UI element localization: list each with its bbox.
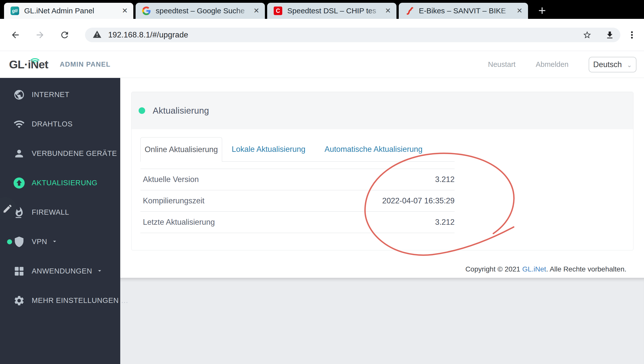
sidebar-item-vpn[interactable]: VPN [0,227,120,256]
app-header: GL·iNet ADMIN PANEL Neustart Abmelden De… [0,51,644,78]
row-label: Aktuelle Version [143,175,199,184]
table-row: Letzte Aktualisierung 3.212 [140,212,455,233]
admin-panel-label: ADMIN PANEL [60,61,111,68]
tab-close-icon[interactable]: ✕ [254,7,259,14]
main-content: Aktualisierung Online Aktualisierung Lok… [120,78,644,364]
sidebar-item-anwendungen[interactable]: ANWENDUNGEN [0,256,120,286]
gear-icon [13,295,25,307]
logout-link[interactable]: Abmelden [536,60,569,69]
row-value: 2022-04-07 16:35:29 [382,196,455,205]
tab-close-icon[interactable]: ✕ [122,7,128,14]
tab-automatische-aktualisierung[interactable]: Automatische Aktualisierung [315,137,432,161]
row-label: Letzte Aktualisierung [143,218,215,227]
restart-link[interactable]: Neustart [488,60,516,69]
browser-tab-sanvit[interactable]: E-Bikes – SANVIT – BIKE ✕ [399,3,528,19]
card-header: Aktualisierung [132,92,633,129]
screen: gli GL.iNet Admin Panel ✕ speedtest – Go… [0,0,644,364]
bookmark-star-icon[interactable] [582,30,592,40]
sidebar-item-label: MEHR EINSTELLUNGEN … [32,296,128,305]
upgrade-icon [13,177,25,189]
language-select[interactable]: Deutsch ⌄ [589,57,636,72]
tab-lokale-aktualisierung[interactable]: Lokale Aktualisierung [222,137,315,161]
glinet-link[interactable]: GL.iNet [522,265,546,273]
version-table: Aktuelle Version 3.212 Kompilierungszeit… [140,169,455,233]
browser-tab-glinet[interactable]: gli GL.iNet Admin Panel ✕ [4,3,133,19]
row-label: Kompilierungszeit [143,196,205,205]
glinet-favicon: gli [11,7,19,15]
row-value: 3.212 [435,175,455,184]
sidebar-item-drahtlos[interactable]: DRAHTLOS [0,109,120,139]
browser-tab-strip: gli GL.iNet Admin Panel ✕ speedtest – Go… [0,0,644,19]
sidebar-item-mehr-einstellungen[interactable]: MEHR EINSTELLUNGEN … [0,286,120,315]
pencil-icon [2,203,13,214]
tab-title: GL.iNet Admin Panel [24,7,118,15]
new-tab-button[interactable]: + [535,3,549,18]
browser-tab-google-search[interactable]: speedtest – Google Suche ✕ [136,3,265,19]
page-bottom-area [120,278,644,364]
card-body: Online Aktualisierung Lokale Aktualisier… [132,129,633,233]
sidebar: INTERNET DRAHTLOS VERBUNDENE GERÄTE AKTU… [0,78,120,364]
sanvit-favicon [405,7,414,15]
row-value: 3.212 [435,218,455,227]
aktualisierung-card: Aktualisierung Online Aktualisierung Lok… [131,92,633,250]
sidebar-item-label: ANWENDUNGEN [32,267,92,275]
chevron-down-icon: ⌄ [627,62,632,69]
language-value: Deutsch [593,60,622,69]
download-icon[interactable] [605,30,615,40]
sidebar-item-aktualisierung[interactable]: AKTUALISIERUNG [0,168,120,198]
sidebar-item-label: INTERNET [32,90,69,99]
tab-close-icon[interactable]: ✕ [385,7,391,14]
glinet-logo: GL·iNet [9,58,48,71]
apps-icon [13,265,25,277]
logo-wifi-icon [30,53,40,66]
user-icon [13,148,25,160]
tab-title: Speedtest DSL – CHIP tes [287,7,382,15]
tab-title: speedtest – Google Suche [156,7,250,15]
sidebar-item-internet[interactable]: INTERNET [0,80,120,109]
status-dot [139,107,145,114]
sidebar-item-label: AKTUALISIERUNG [32,179,97,187]
sidebar-item-label: DRAHTLOS [32,120,73,128]
sidebar-item-verbundene-geraete[interactable]: VERBUNDENE GERÄTE [0,139,120,168]
browser-toolbar: 192.168.8.1/#/upgrade [0,19,644,51]
url-text: 192.168.8.1/#/upgrade [108,30,188,39]
table-row: Kompilierungszeit 2022-04-07 16:35:29 [140,190,455,212]
caret-down-icon [96,267,103,275]
copyright-text: Copyright © 2021 GL.iNet. Alle Rechte vo… [465,265,626,273]
wifi-icon [13,118,25,130]
logo-text: GL·iNet [9,58,48,71]
site-warning-icon[interactable] [93,30,102,40]
sidebar-item-label: VERBUNDENE GERÄTE [32,149,117,158]
globe-icon [13,89,25,101]
card-title: Aktualisierung [153,106,209,116]
update-tabs: Online Aktualisierung Lokale Aktualisier… [140,137,455,162]
reload-button[interactable] [59,29,70,41]
address-bar[interactable]: 192.168.8.1/#/upgrade [85,28,620,42]
shield-icon [13,236,25,248]
browser-tab-chip-speedtest[interactable]: C Speedtest DSL – CHIP tes ✕ [267,3,396,19]
back-button[interactable] [10,29,21,41]
caret-down-icon [51,238,58,246]
table-row: Aktuelle Version 3.212 [140,169,455,190]
tab-close-icon[interactable]: ✕ [517,7,522,14]
browser-menu-icon[interactable] [626,29,637,40]
chip-favicon: C [274,7,282,15]
google-favicon [142,7,151,15]
vpn-status-dot [7,239,12,244]
sidebar-item-label: VPN [32,238,47,246]
forward-button[interactable] [34,29,46,41]
sidebar-item-label: FIREWALL [32,208,69,216]
sidebar-item-firewall[interactable]: FIREWALL [0,198,120,227]
tab-online-aktualisierung[interactable]: Online Aktualisierung [140,137,222,162]
tab-title: E-Bikes – SANVIT – BIKE [419,7,513,15]
